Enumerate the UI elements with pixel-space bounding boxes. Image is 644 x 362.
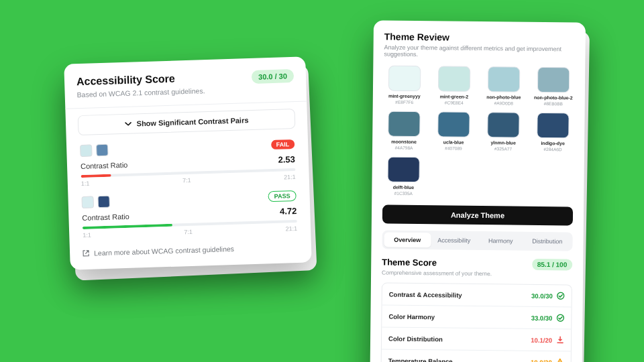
theme-review-card: Theme Review Analyze your theme against … xyxy=(370,20,586,362)
palette-item[interactable]: indigo-dye #284A6D xyxy=(532,113,574,152)
palette-name: delft-blue xyxy=(393,185,415,190)
palette-hex: #407089 xyxy=(445,145,462,150)
metric-label: Contrast & Accessibility xyxy=(389,290,462,298)
contrast-ratio-label: Contrast Ratio xyxy=(80,160,128,170)
accessibility-card: Accessibility Score Based on WCAG 2.1 co… xyxy=(64,56,311,269)
swatch-b xyxy=(96,144,109,157)
palette-item[interactable]: delft-blue #1C335A xyxy=(382,157,425,196)
metric-value: 33.0/30 xyxy=(531,314,565,322)
palette-name: non-photo-blue xyxy=(486,95,521,100)
status-icon xyxy=(556,336,564,344)
status-icon xyxy=(556,314,564,322)
palette-name: non-photo-blue-2 xyxy=(534,95,573,101)
tab-accessibility[interactable]: Accessibility xyxy=(431,233,478,248)
palette-hex: #A9D0D8 xyxy=(494,101,513,105)
scale-low: 1:1 xyxy=(81,180,90,187)
palette-item[interactable]: non-photo-blue-2 #8EB0BB xyxy=(533,67,575,107)
metric-row: Color Distribution 10.1/20 xyxy=(382,328,571,352)
tab-overview[interactable]: Overview xyxy=(384,233,431,248)
palette-hex: #C9E8E4 xyxy=(445,100,464,105)
palette-name: mint-green-2 xyxy=(440,94,468,99)
tab-harmony[interactable]: Harmony xyxy=(477,233,524,249)
palette-hex: #325A77 xyxy=(494,146,512,151)
scale-high: 21:1 xyxy=(285,225,297,233)
palette-hex: #8EB0BB xyxy=(544,101,563,106)
status-icon xyxy=(557,292,565,300)
palette-item[interactable]: mint-green-2 #C9E8E4 xyxy=(433,66,476,105)
contrast-ratio-label: Contrast Ratio xyxy=(82,212,129,221)
scale-mid: 7:1 xyxy=(182,177,191,184)
metric-label: Temperature Balance xyxy=(388,357,453,362)
accessibility-card-stack: Accessibility Score Based on WCAG 2.1 co… xyxy=(67,60,309,266)
toggle-label: Show Significant Contrast Pairs xyxy=(136,116,248,127)
palette-swatch xyxy=(537,113,569,139)
palette-swatch xyxy=(487,112,519,138)
status-badge-pass: PASS xyxy=(268,190,297,202)
palette-swatch xyxy=(437,111,470,137)
toggle-contrast-pairs[interactable]: Show Significant Contrast Pairs xyxy=(78,109,296,135)
scale-low: 1:1 xyxy=(83,232,91,239)
palette-item[interactable]: mint-greenyyy #E8F7F6 xyxy=(384,66,426,105)
contrast-pair: PASS Contrast Ratio 4.72 1:1 7:1 21:1 xyxy=(80,190,299,239)
palette-swatch xyxy=(537,67,570,93)
scale-mid: 7:1 xyxy=(184,229,193,235)
theme-score-subtitle: Comprehensive assessment of your theme. xyxy=(382,269,492,278)
swatch-a xyxy=(80,144,93,157)
status-badge-fail: FAIL xyxy=(270,139,294,149)
theme-score-title: Theme Score xyxy=(382,257,492,269)
theme-score-badge: 85.1 / 100 xyxy=(532,259,573,271)
theme-review-title: Theme Review xyxy=(384,32,575,44)
contrast-bar-fill xyxy=(80,174,111,178)
chevron-down-icon xyxy=(125,121,131,127)
palette-name: indigo-dye xyxy=(541,141,564,145)
accessibility-subtitle: Based on WCAG 2.1 contrast guidelines. xyxy=(77,86,205,99)
palette-swatch xyxy=(388,157,420,183)
palette-name: moonstone xyxy=(391,139,417,144)
status-icon xyxy=(556,358,564,362)
palette-name: mint-greenyyy xyxy=(388,94,421,99)
metric-row: Color Harmony 33.0/30 xyxy=(382,306,571,330)
palette-item[interactable]: moonstone #4A798A xyxy=(383,111,425,151)
metric-value: 30.0/30 xyxy=(531,292,565,300)
palette-hex: #1C335A xyxy=(394,191,413,196)
palette-item[interactable]: ylnmn-blue #325A77 xyxy=(482,112,525,152)
swatch-a xyxy=(81,196,94,208)
learn-more-text: Learn more about WCAG contrast guideline… xyxy=(94,245,234,257)
learn-more-link[interactable]: Learn more about WCAG contrast guideline… xyxy=(82,243,299,257)
theme-review-subtitle: Analyze your theme against different met… xyxy=(384,44,574,60)
metrics-list: Contrast & Accessibility 30.0/30 Color H… xyxy=(381,283,572,362)
palette-swatch xyxy=(388,111,420,137)
palette-hex: #4A798A xyxy=(395,145,413,150)
metric-label: Color Distribution xyxy=(388,335,443,343)
palette-item[interactable]: non-photo-blue #A9D0D8 xyxy=(483,66,525,106)
external-link-icon xyxy=(82,249,90,257)
contrast-pair: FAIL Contrast Ratio 2.53 1:1 7:1 21:1 xyxy=(78,138,297,187)
palette-swatch xyxy=(488,66,520,93)
palette-item[interactable]: ucla-blue #407089 xyxy=(433,111,475,151)
metric-value: 19.0/20 xyxy=(531,358,564,362)
accessibility-score-badge: 30.0 / 30 xyxy=(252,69,294,84)
palette-grid: mint-greenyyy #E8F7F6 mint-green-2 #C9E8… xyxy=(382,66,574,198)
palette-swatch xyxy=(438,66,470,92)
metric-label: Color Harmony xyxy=(388,312,435,320)
scale-high: 21:1 xyxy=(284,174,296,181)
tab-distribution[interactable]: Distribution xyxy=(524,234,571,249)
metric-value: 10.1/20 xyxy=(531,336,564,345)
swatch-b xyxy=(97,196,110,208)
palette-name: ucla-blue xyxy=(443,139,464,144)
divider xyxy=(65,101,307,109)
analyze-theme-button[interactable]: Analyze Theme xyxy=(382,205,573,226)
palette-hex: #E8F7F6 xyxy=(395,100,413,105)
palette-hex: #284A6D xyxy=(543,147,561,152)
palette-name: ylnmn-blue xyxy=(490,140,515,145)
palette-swatch xyxy=(388,66,421,92)
contrast-ratio-value: 2.53 xyxy=(278,154,295,165)
metric-row: Contrast & Accessibility 30.0/30 xyxy=(382,284,572,308)
contrast-bar-fill xyxy=(83,224,172,229)
tabs: OverviewAccessibilityHarmonyDistribution xyxy=(382,231,572,251)
theme-review-card-stack: Theme Review Analyze your theme against … xyxy=(372,21,584,362)
accessibility-title: Accessibility Score xyxy=(76,72,205,88)
metric-row: Temperature Balance 19.0/20 xyxy=(382,350,571,362)
contrast-ratio-value: 4.72 xyxy=(280,206,297,217)
